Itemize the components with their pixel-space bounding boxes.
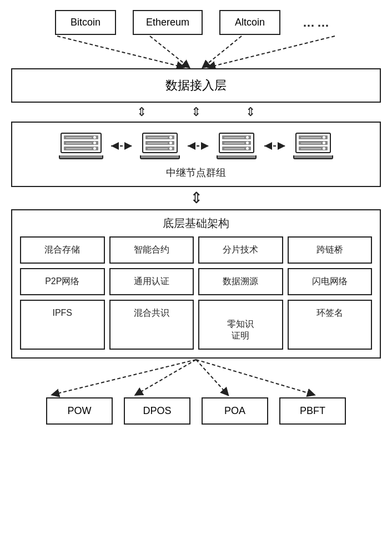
relay-node-group: 中继节点群组 bbox=[11, 122, 381, 187]
svg-line-0 bbox=[57, 36, 183, 67]
poa-node: POA bbox=[202, 397, 268, 425]
zkp-cell: 零知识 证明 bbox=[198, 300, 283, 350]
svg-line-10 bbox=[196, 360, 314, 395]
server-row bbox=[145, 135, 174, 139]
mixed-storage-label: 混合存储 bbox=[44, 245, 80, 254]
server-row bbox=[64, 141, 98, 145]
server-2 bbox=[140, 133, 180, 159]
svg-line-1 bbox=[150, 36, 189, 67]
bitcoin-label: Bitcoin bbox=[71, 17, 100, 28]
server-row bbox=[222, 141, 251, 145]
data-tracing-cell: 数据溯源 bbox=[198, 268, 283, 295]
arrow-1: ⇕ bbox=[137, 106, 147, 118]
pow-node: POW bbox=[46, 397, 113, 425]
p2p-label: P2P网络 bbox=[45, 276, 79, 286]
infrastructure-layer: 底层基础架构 混合存储 智能合约 分片技术 跨链桥 P2P网络 通用认证 数据溯… bbox=[11, 209, 381, 359]
dpos-node: DPOS bbox=[124, 397, 190, 425]
data-tracing-label: 数据溯源 bbox=[223, 276, 258, 286]
data-access-label: 数据接入层 bbox=[165, 78, 227, 92]
arrow-2: ⇕ bbox=[191, 106, 201, 118]
altcoin-label: Altcoin bbox=[235, 17, 265, 28]
poa-label: POA bbox=[224, 405, 245, 416]
pbft-node: PBFT bbox=[279, 397, 346, 425]
server-4 bbox=[293, 133, 333, 159]
sharding-cell: 分片技术 bbox=[198, 236, 283, 264]
server-row bbox=[64, 147, 98, 150]
pow-label: POW bbox=[68, 405, 92, 416]
dashed-arrow-h-3 bbox=[261, 142, 289, 150]
consensus-nodes: POW DPOS POA PBFT bbox=[11, 397, 381, 425]
relay-label: 中继节点群组 bbox=[166, 166, 226, 179]
dashed-arrows-bottom-svg bbox=[11, 359, 381, 397]
lightning-cell: 闪电网络 bbox=[288, 268, 373, 295]
ellipsis-label: …… bbox=[303, 16, 331, 29]
hybrid-consensus-cell: 混合共识 bbox=[109, 300, 194, 350]
ring-sig-label: 环签名 bbox=[316, 308, 343, 317]
cross-chain-label: 跨链桥 bbox=[316, 245, 343, 254]
lightning-label: 闪电网络 bbox=[312, 276, 348, 286]
top-blockchain-nodes: Bitcoin Ethereum Altcoin …… bbox=[11, 10, 381, 35]
ipfs-cell: IPFS bbox=[20, 300, 105, 350]
universal-auth-label: 通用认证 bbox=[134, 276, 169, 286]
server-row bbox=[299, 147, 328, 150]
dpos-label: DPOS bbox=[143, 405, 171, 416]
server-row bbox=[64, 135, 98, 139]
ethereum-node: Ethereum bbox=[133, 10, 203, 35]
server-row bbox=[145, 141, 174, 145]
sharding-label: 分片技术 bbox=[223, 245, 258, 254]
ring-sig-cell: 环签名 bbox=[288, 300, 373, 350]
server-row bbox=[222, 147, 251, 150]
hybrid-consensus-label: 混合共识 bbox=[134, 308, 169, 317]
ipfs-label: IPFS bbox=[52, 308, 72, 317]
smart-contract-label: 智能合约 bbox=[134, 245, 169, 254]
infra-title: 底层基础架构 bbox=[20, 216, 372, 231]
arrow-3: ⇕ bbox=[245, 106, 255, 118]
p2p-cell: P2P网络 bbox=[20, 268, 105, 295]
vertical-arrow: ⇕ bbox=[190, 190, 203, 206]
center-double-arrow: ⇕ bbox=[190, 187, 203, 209]
more-nodes: …… bbox=[297, 11, 337, 34]
server-1 bbox=[59, 133, 103, 159]
server-row bbox=[145, 147, 174, 150]
svg-line-2 bbox=[203, 36, 242, 67]
server-row bbox=[299, 135, 328, 139]
pbft-label: PBFT bbox=[300, 405, 325, 416]
zkp-label: 零知识 证明 bbox=[227, 319, 254, 340]
smart-contract-cell: 智能合约 bbox=[109, 236, 194, 264]
ethereum-label: Ethereum bbox=[146, 17, 189, 28]
server-3 bbox=[217, 133, 257, 159]
dashed-arrow-h-2 bbox=[184, 142, 212, 150]
server-row bbox=[299, 141, 328, 145]
universal-auth-cell: 通用认证 bbox=[109, 268, 194, 295]
svg-line-8 bbox=[136, 360, 196, 395]
svg-line-7 bbox=[53, 360, 196, 395]
infra-grid: 混合存储 智能合约 分片技术 跨链桥 P2P网络 通用认证 数据溯源 闪电网络 … bbox=[20, 236, 372, 350]
dashed-arrows-top bbox=[11, 35, 381, 68]
dashed-arrows-top-svg bbox=[11, 35, 381, 68]
svg-line-3 bbox=[209, 36, 335, 67]
data-access-layer: 数据接入层 bbox=[11, 68, 381, 103]
cross-chain-cell: 跨链桥 bbox=[288, 236, 373, 264]
dashed-arrows-bottom bbox=[11, 359, 381, 397]
server-row bbox=[222, 135, 251, 139]
double-arrows-row: ⇕ ⇕ ⇕ bbox=[11, 103, 381, 122]
bitcoin-node: Bitcoin bbox=[55, 10, 116, 35]
relay-servers-row bbox=[54, 133, 338, 159]
dashed-arrow-h-1 bbox=[108, 142, 135, 150]
altcoin-node: Altcoin bbox=[219, 10, 280, 35]
mixed-storage-cell: 混合存储 bbox=[20, 236, 105, 264]
